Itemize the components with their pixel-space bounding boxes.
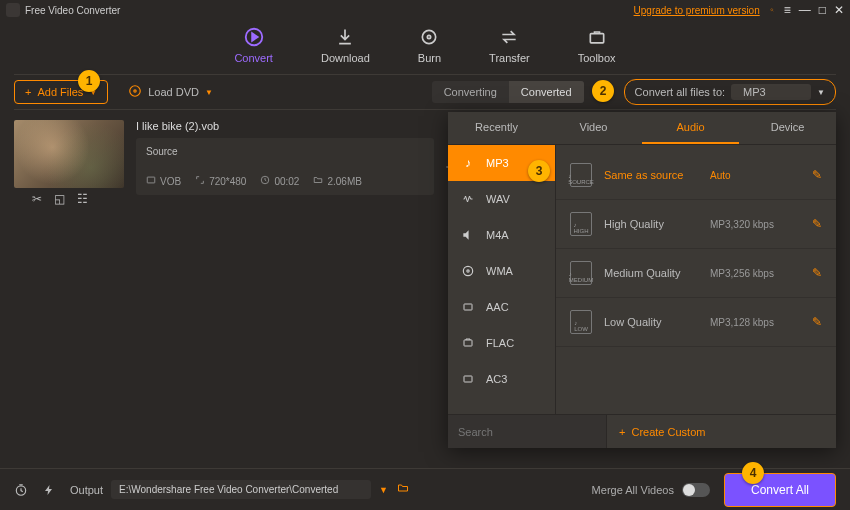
svg-point-12	[467, 270, 469, 272]
trim-icon[interactable]: ✂	[32, 192, 42, 206]
quality-name: Low Quality	[604, 316, 698, 328]
output-path-field[interactable]: E:\Wondershare Free Video Converter\Conv…	[111, 480, 371, 499]
menu-icon[interactable]: ≡	[784, 3, 791, 17]
title-bar: Free Video Converter Upgrade to premium …	[0, 0, 850, 20]
svg-point-0	[770, 9, 772, 11]
callout-4: 4	[742, 462, 764, 484]
fmt-m4a[interactable]: M4A	[448, 217, 555, 253]
main-nav: Convert Download Burn Transfer Toolbox	[0, 20, 850, 74]
music-icon: ♪	[460, 155, 476, 171]
file-duration: 00:02	[274, 176, 299, 187]
nav-download[interactable]: Download	[321, 26, 370, 64]
source-label: Source	[146, 146, 424, 157]
file-icon: ♪HIGH	[570, 212, 592, 236]
resolution-icon	[195, 175, 205, 187]
app-title: Free Video Converter	[25, 5, 120, 16]
quality-list[interactable]: ♪SOURCESame as sourceAuto✎♪HIGHHigh Qual…	[556, 145, 836, 414]
svg-rect-9	[147, 177, 155, 183]
chevron-down-icon[interactable]: ▼	[379, 485, 388, 495]
svg-point-4	[423, 30, 436, 43]
tab-converting[interactable]: Converting	[432, 81, 509, 103]
merge-videos-toggle: Merge All Videos	[592, 483, 710, 497]
fmt-flac[interactable]: FLAC	[448, 325, 555, 361]
bottom-bar: Output E:\Wondershare Free Video Convert…	[0, 468, 850, 510]
speaker-icon	[460, 227, 476, 243]
svg-rect-6	[590, 34, 603, 43]
gpu-icon[interactable]	[42, 483, 56, 497]
file-icon: ♪MEDIUM	[570, 261, 592, 285]
nav-toolbox[interactable]: Toolbox	[578, 26, 616, 64]
callout-3: 3	[528, 160, 550, 182]
quality-detail: MP3,320 kbps	[710, 219, 800, 230]
edit-icon[interactable]: ✎	[812, 266, 822, 280]
maximize-icon[interactable]: □	[819, 3, 826, 17]
transfer-icon	[498, 26, 520, 48]
schedule-icon[interactable]	[14, 483, 28, 497]
wave-icon	[460, 191, 476, 207]
selected-format: MP3	[731, 84, 811, 100]
tab-audio[interactable]: Audio	[642, 112, 739, 144]
codec-icon	[146, 175, 156, 187]
close-icon[interactable]: ✕	[834, 3, 844, 17]
quality-item[interactable]: ♪HIGHHigh QualityMP3,320 kbps✎	[556, 200, 836, 249]
callout-2: 2	[592, 80, 614, 102]
edit-icon[interactable]: ✎	[812, 168, 822, 182]
quality-item[interactable]: ♪MEDIUMMedium QualityMP3,256 kbps✎	[556, 249, 836, 298]
output-label: Output	[70, 484, 103, 496]
convert-status-tabs: Converting Converted	[432, 81, 584, 103]
svg-rect-13	[464, 304, 472, 310]
tab-converted[interactable]: Converted	[509, 81, 584, 103]
file-resolution: 720*480	[209, 176, 246, 187]
format-list[interactable]: ♪MP3 WAV M4A WMA AAC FLAC AC3	[448, 145, 556, 414]
create-custom-button[interactable]: + Create Custom	[607, 415, 836, 448]
quality-detail: MP3,256 kbps	[710, 268, 800, 279]
convert-all-button[interactable]: Convert All	[724, 473, 836, 507]
disc-icon	[128, 84, 142, 100]
file-size: 2.06MB	[327, 176, 361, 187]
merge-toggle[interactable]	[682, 483, 710, 497]
open-folder-icon[interactable]	[396, 482, 410, 497]
toolbar: + Add Files ▼ Load DVD ▼ Converting Conv…	[0, 75, 850, 109]
burn-icon	[418, 26, 440, 48]
callout-1: 1	[78, 70, 100, 92]
nav-burn[interactable]: Burn	[418, 26, 441, 64]
nav-transfer[interactable]: Transfer	[489, 26, 530, 64]
chevron-down-icon: ▼	[205, 88, 213, 97]
video-card: ✂ ◱ ☷ I like bike (2).vob Source VOB 720…	[14, 120, 434, 206]
tab-video[interactable]: Video	[545, 112, 642, 144]
video-thumbnail[interactable]	[14, 120, 124, 188]
nav-convert[interactable]: Convert	[234, 26, 273, 64]
load-dvd-button[interactable]: Load DVD ▼	[128, 84, 213, 100]
svg-point-11	[463, 266, 472, 275]
svg-point-7	[130, 86, 141, 97]
tab-device[interactable]: Device	[739, 112, 836, 144]
edit-icon[interactable]: ✎	[812, 315, 822, 329]
aac-icon	[460, 299, 476, 315]
quality-item[interactable]: ♪LOWLow QualityMP3,128 kbps✎	[556, 298, 836, 347]
file-name: I like bike (2).vob	[136, 120, 434, 132]
fmt-wma[interactable]: WMA	[448, 253, 555, 289]
tab-recently[interactable]: Recently	[448, 112, 545, 144]
quality-name: Medium Quality	[604, 267, 698, 279]
quality-name: High Quality	[604, 218, 698, 230]
edit-icon[interactable]: ✎	[812, 217, 822, 231]
svg-line-1	[772, 11, 773, 12]
quality-name: Same as source	[604, 169, 698, 181]
fmt-aac[interactable]: AAC	[448, 289, 555, 325]
file-codec: VOB	[160, 176, 181, 187]
quality-item[interactable]: ♪SOURCESame as sourceAuto✎	[556, 151, 836, 200]
crop-icon[interactable]: ◱	[54, 192, 65, 206]
convert-all-to-dropdown[interactable]: Convert all files to: MP3 ▼	[624, 79, 836, 105]
fmt-wav[interactable]: WAV	[448, 181, 555, 217]
effects-icon[interactable]: ☷	[77, 192, 88, 206]
disc-icon	[460, 263, 476, 279]
minimize-icon[interactable]: —	[799, 3, 811, 17]
app-logo-icon	[6, 3, 20, 17]
format-search-input[interactable]	[448, 415, 607, 448]
format-dropdown-panel: Recently Video Audio Device ♪MP3 WAV M4A…	[448, 112, 836, 448]
quality-detail: MP3,128 kbps	[710, 317, 800, 328]
upgrade-link[interactable]: Upgrade to premium version	[634, 5, 760, 16]
svg-point-8	[134, 90, 136, 92]
fmt-ac3[interactable]: AC3	[448, 361, 555, 397]
search-icon[interactable]	[770, 3, 784, 17]
